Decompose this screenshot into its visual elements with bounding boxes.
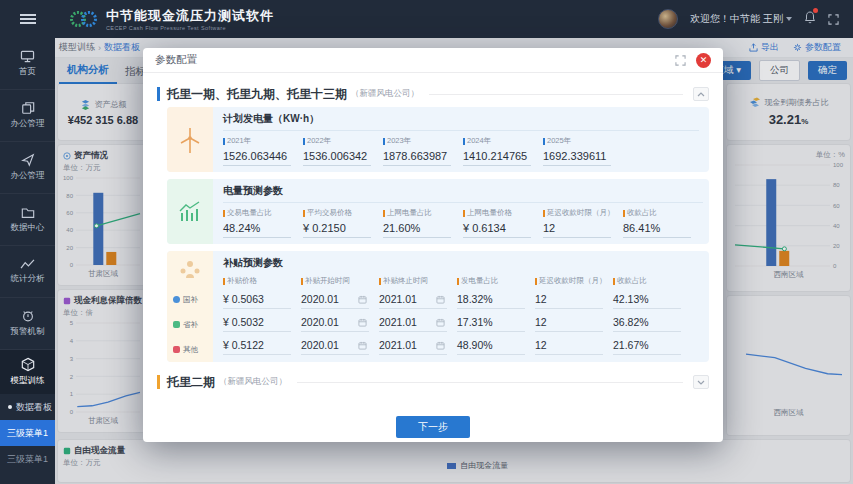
field-value-input[interactable]: 1526.063446 xyxy=(223,146,291,166)
top-bar: 中节能现金流压力测试软件 CECEP Cash Flow Pressure Te… xyxy=(0,0,853,38)
copy-icon xyxy=(21,101,35,115)
stats-line-icon xyxy=(20,258,35,270)
monitor-icon xyxy=(20,50,35,63)
menu-toggle-icon[interactable] xyxy=(0,0,55,38)
sidebar-sublabel: 三级菜单1 xyxy=(7,427,48,440)
subsidy-end-date-input[interactable]: 2021.01 xyxy=(379,289,447,309)
chevron-down-icon[interactable] xyxy=(693,375,709,389)
field-value-input[interactable]: 1536.006342 xyxy=(303,146,371,166)
avatar[interactable] xyxy=(658,9,678,29)
subsidy-rows: ¥ 0.5063 2020.01 2021.01 18.32% 12 42.13… xyxy=(223,289,699,355)
sidebar-item-model-training[interactable]: 模型训练 xyxy=(0,350,55,394)
subsidy-start-date-input[interactable]: 2020.01 xyxy=(301,289,369,309)
field-value-input[interactable]: 86.41% xyxy=(623,218,691,238)
close-icon[interactable]: ✕ xyxy=(696,53,711,68)
sidebar-item-office-1[interactable]: 办公管理 xyxy=(0,90,55,142)
subsidy-start-date-input[interactable]: 2020.01 xyxy=(301,335,369,355)
notification-bell-icon[interactable] xyxy=(804,10,816,28)
sidebar-item-statistics[interactable]: 统计分析 xyxy=(0,246,55,298)
subsidy-generation-ratio-input[interactable]: 17.31% xyxy=(457,312,525,332)
section-header-1[interactable]: 托里一期、托里九期、托里十三期 （新疆风电公司） xyxy=(157,81,709,107)
field-label: 2021年 xyxy=(223,136,301,146)
modal-footer: 下一步 xyxy=(143,412,723,442)
calendar-icon[interactable] xyxy=(358,318,367,327)
subsidy-collect-ratio-input[interactable]: 21.67% xyxy=(613,335,681,355)
calendar-icon[interactable] xyxy=(358,295,367,304)
subsidy-end-date-input[interactable]: 2021.01 xyxy=(379,312,447,332)
subsidy-type-list: 国补 省补 其他 xyxy=(167,287,213,362)
sidebar-label: 办公管理 xyxy=(11,118,45,130)
subsidy-row: ¥ 0.5032 2020.01 2021.01 17.31% 12 36.82… xyxy=(223,312,699,332)
field-label: 上网电量占比 xyxy=(383,208,461,218)
subsidy-generation-ratio-input[interactable]: 18.32% xyxy=(457,289,525,309)
column-header: 补贴开始时间 xyxy=(301,276,379,286)
subsidy-start-date-input[interactable]: 2020.01 xyxy=(301,312,369,332)
sidebar-label: 首页 xyxy=(19,66,36,78)
field-value-input[interactable]: 1692.339611 xyxy=(543,146,611,166)
sidebar-item-data-center[interactable]: 数据中心 xyxy=(0,194,55,246)
calendar-icon[interactable] xyxy=(436,295,445,304)
field-label: 上网电量价格 xyxy=(463,208,541,218)
user-name: 王刚 xyxy=(763,12,783,26)
sidebar-label: 办公管理 xyxy=(11,170,45,182)
subsidy-price-input[interactable]: ¥ 0.5122 xyxy=(223,335,291,355)
field-value-input[interactable]: ¥ 0.2150 xyxy=(303,218,371,238)
subsidy-generation-ratio-input[interactable]: 48.90% xyxy=(457,335,525,355)
field-marker-icon xyxy=(463,138,465,145)
field-label: 2025年 xyxy=(543,136,621,146)
field-value-input[interactable]: 21.60% xyxy=(383,218,451,238)
sidebar: 首页 办公管理 办公管理 数据中心 统计分析 预警机制 模型训练 数据看板 xyxy=(0,38,55,484)
field-marker-icon xyxy=(223,138,225,145)
field-marker-icon xyxy=(383,210,385,217)
bullet-icon xyxy=(8,405,12,409)
sidebar-subitem-level3-2[interactable]: 三级菜单1 xyxy=(0,446,55,472)
field-value-input[interactable]: ¥ 0.6134 xyxy=(463,218,531,238)
fullscreen-icon[interactable] xyxy=(828,14,839,25)
wind-turbine-icon xyxy=(177,125,203,155)
sidebar-sublabel: 数据看板 xyxy=(16,401,52,414)
sidebar-item-home[interactable]: 首页 xyxy=(0,38,55,90)
subsidy-delay-input[interactable]: 12 xyxy=(535,312,603,332)
field-value-input[interactable]: 12 xyxy=(543,218,611,238)
chevron-up-icon[interactable] xyxy=(693,87,709,101)
section-company: （新疆风电公司） xyxy=(351,88,419,100)
field-marker-icon xyxy=(223,210,225,217)
param-field: 上网电量价格 ¥ 0.6134 xyxy=(463,208,541,238)
user-menu[interactable]: 欢迎您！中节能 王刚 xyxy=(690,12,792,26)
subsidy-collect-ratio-input[interactable]: 36.82% xyxy=(613,312,681,332)
calendar-icon[interactable] xyxy=(436,318,445,327)
panel-title: 计划发电量（KW·h） xyxy=(223,112,699,131)
sidebar-subitem-level3-1[interactable]: 三级菜单1 xyxy=(0,420,55,446)
field-marker-icon xyxy=(623,210,625,217)
column-header: 补贴终止时间 xyxy=(379,276,457,286)
subsidy-price-input[interactable]: ¥ 0.5063 xyxy=(223,289,291,309)
expand-icon[interactable] xyxy=(675,55,686,66)
field-marker-icon xyxy=(543,138,545,145)
subsidy-collect-ratio-input[interactable]: 42.13% xyxy=(613,289,681,309)
field-marker-icon xyxy=(535,278,537,285)
calendar-icon[interactable] xyxy=(436,341,445,350)
field-marker-icon xyxy=(457,278,459,285)
section-header-2[interactable]: 托里二期 （新疆风电公司） xyxy=(157,369,709,395)
sidebar-subitem-dashboard[interactable]: 数据看板 xyxy=(0,394,55,420)
plan-fields: 2021年 1526.063446 2022年 1536.006342 2023… xyxy=(223,136,699,166)
sidebar-item-office-2[interactable]: 办公管理 xyxy=(0,142,55,194)
send-icon xyxy=(21,153,35,167)
sidebar-label: 预警机制 xyxy=(11,326,45,338)
modal-title: 参数配置 xyxy=(155,53,197,67)
field-label: 平均交易价格 xyxy=(303,208,381,218)
calendar-icon[interactable] xyxy=(358,341,367,350)
field-value-input[interactable]: 1410.214765 xyxy=(463,146,531,166)
sidebar-sublabel: 三级菜单1 xyxy=(7,453,48,466)
subsidy-delay-input[interactable]: 12 xyxy=(535,289,603,309)
subsidy-end-date-input[interactable]: 2021.01 xyxy=(379,335,447,355)
param-field: 上网电量占比 21.60% xyxy=(383,208,461,238)
sidebar-item-warning[interactable]: 预警机制 xyxy=(0,298,55,350)
subsidy-price-input[interactable]: ¥ 0.5032 xyxy=(223,312,291,332)
next-step-button[interactable]: 下一步 xyxy=(396,416,470,438)
field-value-input[interactable]: 1878.663987 xyxy=(383,146,451,166)
param-field: 平均交易价格 ¥ 0.2150 xyxy=(303,208,381,238)
subsidy-type-label: 省补 xyxy=(167,312,213,337)
subsidy-delay-input[interactable]: 12 xyxy=(535,335,603,355)
field-value-input[interactable]: 48.24% xyxy=(223,218,291,238)
